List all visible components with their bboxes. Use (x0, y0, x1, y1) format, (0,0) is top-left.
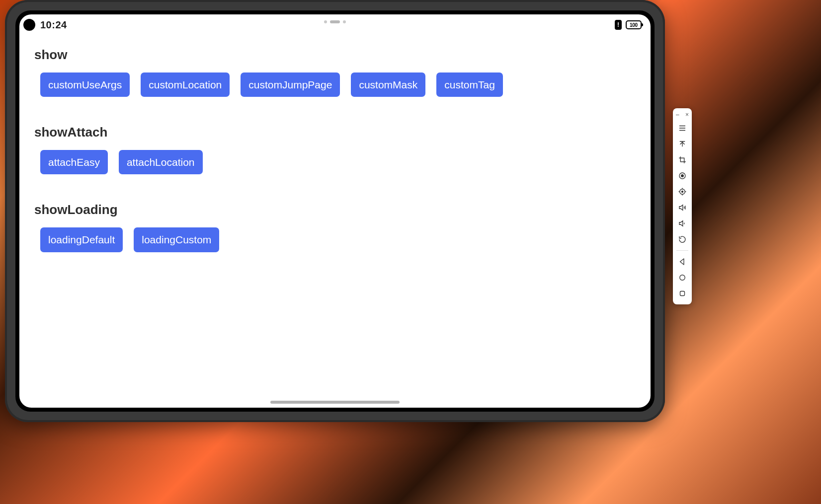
button-row: customUseArgscustomLocationcustomJumpPag… (34, 72, 636, 97)
battery-level: 100 (630, 22, 638, 28)
svg-point-4 (680, 275, 685, 281)
menu-icon[interactable] (675, 121, 689, 136)
status-time: 10:24 (40, 19, 67, 31)
debug-warning-icon: ! (615, 20, 622, 30)
section-showLoading: showLoadingloadingDefaultloadingCustom (34, 202, 636, 252)
section-title: show (34, 47, 636, 63)
customMask-button[interactable]: customMask (351, 72, 425, 97)
volume-up-icon[interactable] (675, 200, 689, 215)
upload-screenshot-icon[interactable] (675, 137, 689, 151)
back-nav-icon[interactable] (675, 254, 689, 269)
section-title: showLoading (34, 202, 636, 217)
location-pin-icon[interactable] (675, 184, 689, 199)
home-indicator[interactable] (270, 401, 400, 404)
customUseArgs-button[interactable]: customUseArgs (40, 72, 130, 97)
device-screen: 10:24 ! 100 showcustomUseArgscustomLocat… (19, 14, 651, 408)
crop-icon[interactable] (675, 152, 689, 167)
volume-down-icon[interactable] (675, 216, 689, 231)
toolbar-close-button[interactable]: × (685, 111, 689, 118)
attachLocation-button[interactable]: attachLocation (119, 150, 203, 174)
notch-indicator (324, 20, 346, 23)
section-title: showAttach (34, 125, 636, 140)
app-content: showcustomUseArgscustomLocationcustomJum… (19, 39, 651, 408)
svg-point-1 (681, 175, 684, 177)
loadingDefault-button[interactable]: loadingDefault (40, 227, 123, 252)
status-bar: 10:24 ! 100 (19, 14, 651, 35)
svg-rect-5 (680, 291, 685, 296)
emulator-toolbar: – × (673, 108, 692, 304)
section-showAttach: showAttachattachEasyattachLocation (34, 125, 636, 174)
button-row: attachEasyattachLocation (34, 150, 636, 174)
button-row: loadingDefaultloadingCustom (34, 227, 636, 252)
home-nav-icon[interactable] (675, 270, 689, 285)
svg-point-3 (682, 191, 683, 193)
tablet-device-frame: 10:24 ! 100 showcustomUseArgscustomLocat… (5, 0, 665, 422)
section-show: showcustomUseArgscustomLocationcustomJum… (34, 47, 636, 97)
status-left: 10:24 (23, 19, 67, 31)
status-right: ! 100 (615, 20, 642, 30)
battery-icon: 100 (626, 20, 642, 29)
toolbar-minimize-button[interactable]: – (676, 111, 679, 118)
record-icon[interactable] (675, 168, 689, 183)
customLocation-button[interactable]: customLocation (141, 72, 230, 97)
overview-nav-icon[interactable] (675, 286, 689, 301)
device-bezel: 10:24 ! 100 showcustomUseArgscustomLocat… (15, 10, 655, 412)
toolbar-separator (676, 250, 688, 251)
camera-dot-icon (23, 19, 35, 31)
customTag-button[interactable]: customTag (436, 72, 503, 97)
rotate-icon[interactable] (675, 232, 689, 247)
loadingCustom-button[interactable]: loadingCustom (134, 227, 219, 252)
attachEasy-button[interactable]: attachEasy (40, 150, 108, 174)
customJumpPage-button[interactable]: customJumpPage (241, 72, 340, 97)
